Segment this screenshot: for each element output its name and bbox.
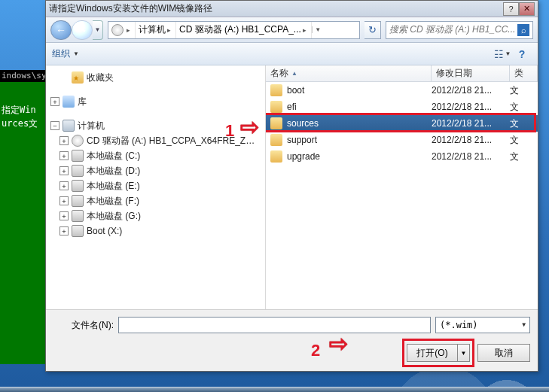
col-type[interactable]: 类 [510, 65, 538, 81]
filename-label: 文件名(N): [53, 319, 114, 332]
file-row-support[interactable]: support 2012/2/18 21... 文 [266, 132, 538, 148]
folder-icon [270, 150, 282, 163]
nav-history-drop[interactable]: ▼ [93, 20, 103, 40]
titlebar[interactable]: 请指定Windows安装文件的WIM镜像路径 ? ✕ [46, 1, 538, 17]
drive-icon-f [72, 195, 84, 207]
bottom-panel: 文件名(N): (*.wim)▼ 打开(O) ▼ 取消 [46, 309, 538, 371]
search-input[interactable]: 搜索 CD 驱动器 (A:) HB1_CC... ⌕ [386, 21, 533, 39]
search-placeholder: 搜索 CD 驱动器 (A:) HB1_CC... [389, 23, 517, 36]
expand-g[interactable]: + [59, 211, 69, 220]
file-list-pane: 名称▲ 修改日期 类 boot 2012/2/18 21... 文 efi 20… [266, 65, 538, 309]
folder-icon [270, 117, 282, 129]
expand-d[interactable]: + [59, 166, 69, 175]
folder-icon [270, 101, 282, 113]
favorites-icon [72, 71, 84, 84]
tree-disk-f[interactable]: + 本地磁盘 (F:) [50, 193, 261, 208]
drive-icon-c [72, 150, 84, 162]
expand-computer[interactable]: − [50, 121, 59, 130]
sort-asc-icon: ▲ [291, 70, 297, 77]
expand-c[interactable]: + [59, 151, 69, 160]
tree-disk-g[interactable]: + 本地磁盘 (G:) [50, 208, 261, 223]
file-row-boot[interactable]: boot 2012/2/18 21... 文 [266, 82, 538, 99]
nav-back-button[interactable]: ← [50, 20, 72, 40]
tree-library[interactable]: + 库 [50, 94, 261, 109]
help-button[interactable]: ? [503, 2, 519, 16]
cd-icon [72, 135, 84, 147]
drive-icon-e [72, 180, 84, 192]
file-row-sources[interactable]: sources 2012/2/18 21... 文 [266, 115, 538, 132]
file-row-efi[interactable]: efi 2012/2/18 21... 文 [266, 99, 538, 115]
view-icon: ☷ [494, 48, 504, 60]
taskbar[interactable] [0, 387, 549, 392]
tree-cd-drive[interactable]: + CD 驱动器 (A:) HB1_CCPA_X64FRE_ZH-CN_D\ [50, 133, 261, 148]
bg-line1: 指定Win [2, 103, 44, 117]
folder-icon [270, 134, 282, 146]
navigation-tree[interactable]: 收藏夹 + 库 − 计算机 + CD 驱动器 (A [46, 65, 266, 309]
filename-input[interactable] [118, 317, 431, 333]
cancel-button[interactable]: 取消 [477, 344, 530, 362]
open-button-drop[interactable]: ▼ [458, 344, 470, 362]
organize-menu[interactable]: 组织▼ [52, 47, 79, 60]
expand-library[interactable]: + [50, 97, 59, 106]
help-icon: ? [519, 48, 526, 60]
breadcrumb-computer[interactable]: 计算机▸ [136, 22, 176, 38]
tree-favorites[interactable]: 收藏夹 [50, 70, 261, 85]
file-row-upgrade[interactable]: upgrade 2012/2/18 21... 文 [266, 148, 538, 165]
view-mode-button[interactable]: ☷▼ [493, 46, 512, 62]
drive-icon-x [72, 225, 84, 237]
col-date[interactable]: 修改日期 [432, 65, 510, 81]
drive-icon-g [72, 210, 84, 222]
library-icon [63, 96, 75, 108]
address-drop[interactable]: ▼ [312, 26, 324, 33]
organize-toolbar: 组织▼ ☷▼ ? [46, 43, 538, 65]
expand-cd[interactable]: + [59, 136, 69, 145]
col-name[interactable]: 名称▲ [266, 65, 432, 81]
open-button[interactable]: 打开(O) [407, 344, 458, 362]
dialog-title: 请指定Windows安装文件的WIM镜像路径 [49, 2, 503, 15]
folder-icon [270, 84, 282, 96]
breadcrumb-drive[interactable]: CD 驱动器 (A:) HB1_CCPA_...▸ [176, 22, 312, 38]
filetype-dropdown[interactable]: (*.wim)▼ [435, 317, 530, 333]
help-icon-button[interactable]: ? [512, 46, 532, 62]
expand-e[interactable]: + [59, 181, 69, 190]
tree-disk-c[interactable]: + 本地磁盘 (C:) [50, 148, 261, 163]
tree-computer[interactable]: − 计算机 [50, 118, 261, 133]
drive-icon-d [72, 165, 84, 177]
file-rows[interactable]: boot 2012/2/18 21... 文 efi 2012/2/18 21.… [266, 82, 538, 309]
computer-icon [63, 120, 75, 132]
refresh-button[interactable]: ↻ [364, 21, 381, 39]
expand-x[interactable]: + [59, 226, 69, 236]
search-icon[interactable]: ⌕ [517, 24, 529, 36]
column-headers[interactable]: 名称▲ 修改日期 类 [266, 65, 538, 82]
bg-cmd-titlebar: indows\sy [0, 70, 45, 82]
expand-f[interactable]: + [59, 196, 69, 205]
bg-installer-window: 指定Win urces文 [0, 82, 45, 364]
nav-forward-button[interactable]: → [72, 20, 93, 40]
tree-disk-e[interactable]: + 本地磁盘 (E:) [50, 178, 261, 193]
tree-boot-x[interactable]: + Boot (X:) [50, 223, 261, 239]
file-open-dialog: 请指定Windows安装文件的WIM镜像路径 ? ✕ ← → ▼ ▸ 计算机▸ … [45, 0, 538, 372]
nav-toolbar: ← → ▼ ▸ 计算机▸ CD 驱动器 (A:) HB1_CCPA_...▸ ▼… [46, 17, 538, 43]
bg-line2: urces文 [2, 117, 44, 130]
address-bar[interactable]: ▸ 计算机▸ CD 驱动器 (A:) HB1_CCPA_...▸ ▼ [108, 21, 360, 39]
tree-disk-d[interactable]: + 本地磁盘 (D:) [50, 163, 261, 178]
close-button[interactable]: ✕ [519, 2, 535, 16]
drive-icon [111, 24, 124, 36]
